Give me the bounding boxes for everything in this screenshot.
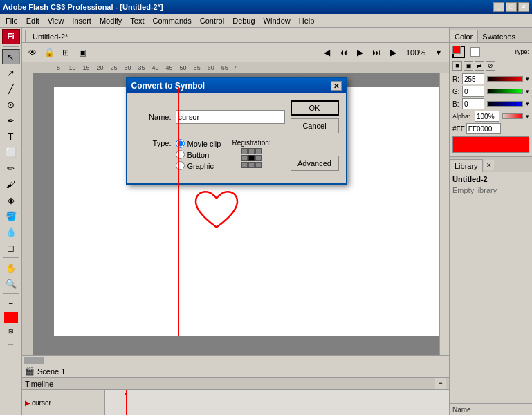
ink-tool[interactable]: ◈ [2, 192, 20, 208]
b-slider[interactable] [487, 101, 523, 107]
library-close-btn[interactable]: ✕ [484, 160, 494, 170]
reg-dot-tr[interactable] [255, 148, 262, 154]
stage-area[interactable]: Convert to Symbol ✕ Name: OK [33, 73, 439, 355]
tab-library[interactable]: Library [450, 159, 483, 172]
stroke-color-swatch[interactable] [452, 46, 461, 54]
fill-color[interactable] [4, 312, 18, 323]
cursor-icon-tl: ▶ [25, 399, 30, 407]
radio-button[interactable] [176, 150, 185, 159]
reg-dot-tl[interactable] [241, 148, 248, 154]
close-button[interactable]: ✕ [518, 2, 529, 12]
step-fwd-icon[interactable]: ⏭ [369, 45, 384, 60]
menu-help[interactable]: Help [295, 15, 319, 26]
reg-dot-ml[interactable] [241, 155, 248, 161]
fwd-icon[interactable]: ▶ [385, 45, 401, 60]
eyedropper-tool[interactable]: 💧 [2, 224, 20, 239]
alpha-input[interactable] [475, 111, 499, 122]
paint-tool[interactable]: 🪣 [2, 208, 20, 223]
color-preview [452, 136, 529, 153]
brush-tool[interactable]: 🖌 [2, 176, 20, 192]
b-input[interactable] [462, 98, 484, 109]
reg-dot-bc[interactable] [248, 162, 255, 168]
g-input[interactable] [462, 86, 484, 97]
dialog-advanced-button[interactable]: Advanced [291, 156, 339, 171]
pen-tool[interactable]: ✒ [2, 113, 20, 128]
vertical-scrollbar[interactable] [439, 73, 449, 355]
subselect-tool[interactable]: ↗ [2, 65, 20, 80]
r-slider[interactable] [487, 76, 523, 82]
radio-graphic[interactable] [176, 161, 185, 170]
ruler-vertical [22, 73, 33, 355]
eraser-tool[interactable]: ◻ [2, 240, 20, 255]
zoom-tool[interactable]: 🔍 [2, 276, 20, 291]
dialog-type-label: Type: [134, 139, 176, 147]
swap-icon[interactable]: ⇄ [475, 61, 484, 71]
step-back-icon[interactable]: ⏮ [336, 45, 351, 60]
reg-dot-mc[interactable] [248, 155, 255, 161]
reg-dot-br[interactable] [255, 162, 262, 168]
minimize-button[interactable]: _ [493, 2, 504, 12]
h-scroll-thumb[interactable] [24, 357, 44, 364]
menu-debug[interactable]: Debug [228, 15, 259, 26]
maximize-button[interactable]: □ [506, 2, 517, 12]
alpha-slider[interactable] [502, 113, 523, 119]
dialog-cancel-button[interactable]: Cancel [291, 118, 339, 133]
r-row: R: ▾ [452, 73, 529, 84]
frame-icon[interactable]: ▣ [75, 45, 90, 60]
fill-swatch[interactable] [470, 47, 480, 57]
text-tool[interactable]: T [2, 129, 20, 144]
menu-window[interactable]: Window [259, 15, 295, 26]
reg-dot-tc[interactable] [248, 148, 255, 154]
timeline-controls: ≡ [435, 378, 446, 389]
line-tool[interactable]: ╱ [2, 81, 20, 96]
advanced-btn-wrapper: Advanced [291, 139, 339, 171]
stroke-color[interactable]: ━ [2, 296, 20, 311]
timeline-frames[interactable] [105, 390, 449, 415]
r-input[interactable] [462, 73, 484, 84]
dialog-close-button[interactable]: ✕ [331, 81, 342, 91]
play-icon[interactable]: ▶ [352, 45, 367, 60]
lasso-tool[interactable]: ⊙ [2, 97, 20, 112]
snap-tool[interactable]: ⊠ [2, 324, 20, 339]
timeline-settings-icon[interactable]: ≡ [435, 378, 446, 389]
g-slider[interactable] [487, 89, 523, 94]
menu-commands[interactable]: Commands [148, 15, 195, 26]
reg-dot-mr[interactable] [255, 155, 262, 161]
back-icon[interactable]: ◀ [319, 45, 334, 60]
horizontal-scrollbar[interactable] [22, 355, 449, 365]
hex-input[interactable] [466, 123, 501, 134]
reg-dot-bl[interactable] [241, 162, 248, 168]
grid-icon[interactable]: ⊞ [58, 45, 73, 60]
menu-view[interactable]: View [44, 15, 68, 26]
menu-edit[interactable]: Edit [22, 15, 44, 26]
tab-color[interactable]: Color [450, 30, 477, 42]
hand-tool[interactable]: ✋ [2, 260, 20, 275]
doc-tab-bar: Untitled-2* [22, 28, 449, 43]
rect-tool[interactable]: ⬜ [2, 145, 20, 160]
tab-swatches[interactable]: Swatches [477, 30, 520, 42]
radio-movieclip[interactable] [176, 139, 185, 148]
pencil-tool[interactable]: ✏ [2, 160, 20, 176]
select-tool[interactable]: ↖ [2, 49, 20, 64]
timeline-header: Timeline ≡ [22, 378, 449, 390]
none-icon[interactable]: ⊘ [486, 61, 495, 71]
solid-icon[interactable]: ■ [452, 61, 462, 71]
stroke-swatch[interactable] [452, 46, 465, 58]
radio-graphic-label: Graphic [187, 162, 214, 170]
menu-text[interactable]: Text [126, 15, 148, 26]
dialog-name-input[interactable] [176, 110, 285, 124]
menu-insert[interactable]: Insert [68, 15, 95, 26]
gradient-icon[interactable]: ▣ [464, 61, 473, 71]
color-type-label: Type: [514, 48, 529, 55]
doc-tab-untitled[interactable]: Untitled-2* [25, 30, 75, 42]
registration-grid[interactable] [241, 148, 262, 168]
menu-modify[interactable]: Modify [95, 15, 126, 26]
zoom-select[interactable]: ▾ [431, 45, 446, 60]
scene-label: Scene 1 [37, 367, 65, 376]
menu-file[interactable]: File [1, 15, 22, 26]
menu-control[interactable]: Control [196, 15, 228, 26]
smooth-tool[interactable]: ⌒ [2, 340, 20, 355]
eye-icon[interactable]: 👁 [25, 45, 40, 60]
dialog-ok-button[interactable]: OK [291, 100, 339, 116]
lock-icon[interactable]: 🔒 [42, 45, 57, 60]
